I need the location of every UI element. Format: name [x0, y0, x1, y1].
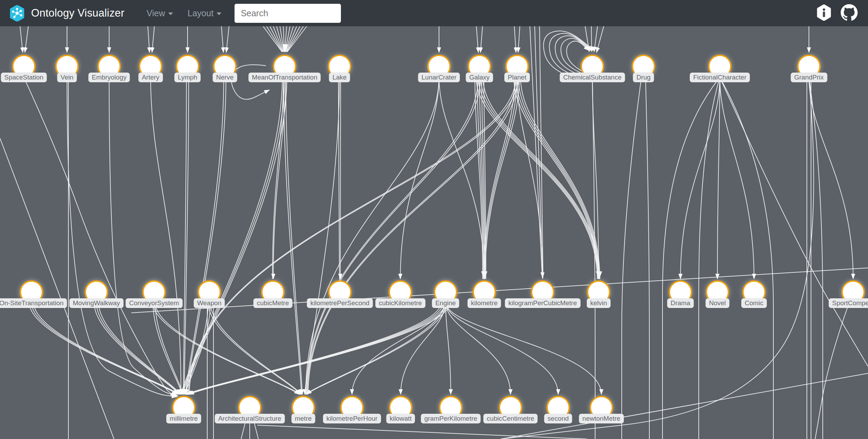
graph-node-label-sec[interactable]: second	[544, 414, 572, 423]
graph-node-label-emb[interactable]: Embryology	[88, 73, 130, 82]
graph-edge	[518, 77, 599, 279]
graph-node-label-lym[interactable]: Lymph	[174, 73, 201, 82]
graph-edge	[480, 26, 483, 53]
graph-node-label-ckm[interactable]: cubicKilometre	[375, 298, 426, 308]
graph-edge	[476, 26, 478, 53]
graph-node-label-spc[interactable]: SportCompetit	[829, 298, 868, 308]
graph-edge	[181, 77, 283, 394]
graph-node-label-as[interactable]: ArchitecturalStructure	[215, 414, 285, 423]
menu-view[interactable]: View	[146, 8, 173, 18]
graph-node-label-gp[interactable]: GrandPrix	[791, 73, 827, 82]
graph-edge	[646, 77, 649, 439]
graph-node-label-nov[interactable]: Novel	[706, 298, 729, 308]
graph-node-label-wp[interactable]: Weapon	[194, 298, 225, 308]
search-input[interactable]	[235, 4, 341, 23]
graph-canvas[interactable]: SpaceStationVeinEmbryologyArteryLymphNer…	[0, 0, 868, 439]
github-button[interactable]	[841, 4, 858, 22]
graph-node-label-eng[interactable]: Engine	[432, 298, 459, 308]
graph-node-label-lc[interactable]: LunarCrater	[418, 73, 460, 82]
graph-edge	[594, 26, 598, 52]
nodes-layer	[13, 55, 864, 419]
graph-edge	[306, 302, 447, 394]
graph-edge	[221, 26, 223, 53]
graph-node-label-ss[interactable]: SpaceStation	[1, 73, 47, 82]
graph-node-label-met[interactable]: metre	[292, 414, 315, 423]
graph-node-label-mm[interactable]: millimetre	[166, 414, 201, 423]
graph-edge	[148, 26, 150, 53]
graph-node-label-kel[interactable]: kelvin	[587, 298, 611, 308]
graph-node-label-ner[interactable]: Nerve	[213, 73, 237, 82]
graph-node-label-cc[interactable]: cubicCentimetre	[483, 414, 537, 423]
graph-edge	[20, 26, 23, 53]
graph-edge	[24, 77, 175, 396]
app-title: Ontology Visualizer	[31, 7, 124, 19]
graph-edge	[478, 77, 598, 279]
graph-edge	[720, 77, 754, 279]
graph-node-label-cbm[interactable]: cubicMetre	[254, 298, 293, 308]
github-icon	[841, 4, 858, 21]
graph-edge	[263, 26, 282, 52]
graph-node-label-drug[interactable]: Drug	[633, 73, 654, 82]
graph-edge	[720, 77, 868, 366]
graph-node-label-gpk[interactable]: gramPerKilometre	[421, 414, 480, 423]
graph-edge	[517, 77, 543, 279]
graph-svg	[0, 0, 868, 439]
graph-edge	[514, 26, 516, 53]
graph-node-label-pla[interactable]: Planet	[504, 73, 530, 82]
graph-edge	[287, 26, 307, 52]
graph-node-label-fc[interactable]: FictionalCharacter	[690, 73, 750, 82]
graph-node-label-kgm[interactable]: kilogramPerCubicMetre	[505, 298, 581, 308]
graph-edge	[809, 77, 853, 279]
info-icon	[816, 4, 832, 21]
graph-edge	[226, 26, 229, 53]
graph-edge	[94, 302, 179, 394]
graph-node-label-km[interactable]: kilometre	[467, 298, 501, 308]
graph-edge	[25, 26, 28, 53]
graph-edge	[182, 77, 287, 394]
graph-node-label-dra[interactable]: Drama	[667, 298, 694, 308]
graph-node-label-lake[interactable]: Lake	[329, 73, 350, 82]
graph-edge	[518, 26, 520, 53]
graph-edge	[340, 77, 341, 279]
graph-edge	[476, 77, 597, 279]
graph-node-label-nm[interactable]: newtonMetre	[579, 414, 624, 423]
graph-node-label-cs[interactable]: ConveyorSystem	[126, 298, 183, 308]
graph-edge	[151, 77, 181, 394]
graph-edge	[208, 302, 301, 394]
graph-node-label-art[interactable]: Artery	[139, 73, 163, 82]
graph-edge	[475, 77, 483, 279]
graph-edge	[717, 77, 720, 279]
menu-view-label: View	[146, 8, 165, 18]
graph-node-label-mw[interactable]: MovingWalkway	[69, 298, 124, 308]
graph-edge	[446, 302, 451, 394]
chevron-down-icon	[217, 12, 221, 15]
graph-edge	[188, 302, 448, 394]
graph-edge	[185, 77, 224, 394]
graph-node-label-mot[interactable]: MeanOfTransportation	[248, 73, 321, 82]
menu-layout[interactable]: Layout	[188, 8, 221, 18]
app-logo-icon	[9, 5, 25, 21]
graph-edge	[34, 302, 179, 394]
graph-node-label-ost[interactable]: On-SiteTransportation	[0, 298, 67, 308]
graph-edge	[446, 302, 601, 394]
graph-edge	[109, 77, 178, 396]
graph-node-label-kw[interactable]: kilowatt	[386, 414, 415, 423]
graph-node-label-chem[interactable]: ChemicalSubstance	[560, 73, 625, 82]
graph-node-label-vein[interactable]: Vein	[57, 73, 77, 82]
graph-node-label-kph[interactable]: kilometrePerHour	[323, 414, 381, 423]
navbar-right	[816, 4, 858, 22]
graph-node-label-com[interactable]: Comic	[741, 298, 767, 308]
graph-node-label-kps[interactable]: kilometrePerSecond	[307, 298, 373, 308]
graph-edge	[446, 302, 511, 394]
menu-layout-label: Layout	[188, 8, 213, 18]
graph-edge	[96, 302, 180, 394]
graph-edge	[153, 302, 299, 394]
graph-edge	[662, 77, 720, 439]
graph-node-label-gal[interactable]: Galaxy	[466, 73, 493, 82]
graph-edge	[622, 77, 641, 439]
graph-edge	[306, 77, 478, 394]
graph-edge	[155, 302, 183, 394]
graph-edge	[286, 77, 302, 394]
info-button[interactable]	[816, 4, 832, 22]
graph-edge	[210, 302, 302, 394]
